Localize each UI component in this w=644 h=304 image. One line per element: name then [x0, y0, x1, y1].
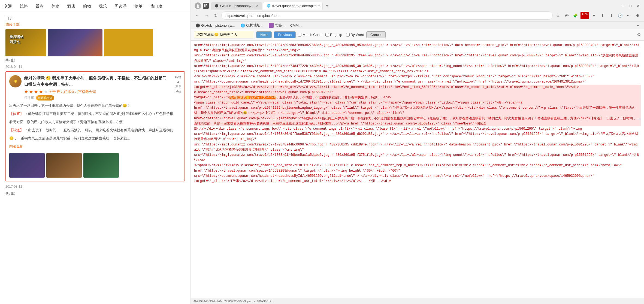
nav-购物[interactable]: 购物: [79, 2, 95, 11]
regexp-checkbox[interactable]: Regexp: [325, 33, 342, 37]
action-意见[interactable]: &: [177, 80, 179, 84]
bookmark-github-icon: ⚫: [196, 23, 200, 28]
tab-github-label: GitHub - pistononly/...: [220, 4, 254, 8]
action-反馈[interactable]: 反馈: [175, 90, 181, 94]
review-photo-1[interactable]: [9, 153, 45, 178]
status-text: 4b9994448f93ebde0cb779f3722a55fa3.jpeg_r…: [193, 300, 274, 303]
review-title-1: 绝对的满意 😊 我来等了大半小时，服务员很认真，不插位，不过很好的就是门口排队有…: [24, 75, 168, 87]
settings-icon[interactable]: ⚙: [634, 12, 641, 19]
find-input[interactable]: [194, 31, 254, 38]
profile-icon[interactable]: [195, 2, 201, 9]
read-more-link-1[interactable]: 阅读全部: [5, 22, 20, 27]
bookmark-github[interactable]: ⚫ GitHub - pistononly/...: [193, 23, 237, 28]
star-4: ★: [39, 89, 43, 94]
match-case-checkbox[interactable]: Match Case: [298, 33, 321, 37]
read-more-link-2[interactable]: 阅读全部: [9, 144, 23, 149]
previous-button[interactable]: Previous: [274, 31, 296, 38]
window-icon[interactable]: [203, 3, 209, 9]
maximize-button[interactable]: □: [627, 3, 634, 9]
action-意见2[interactable]: 意见: [175, 85, 181, 89]
review-photo-row: [9, 153, 181, 178]
forward-button[interactable]: →: [203, 12, 210, 19]
review-detail-extra: 😊，一番锅内风云之后还是说几句实话，特别喜欢这里的血毛肚，吃起来就...: [9, 135, 181, 141]
avatar-1: 😊: [9, 75, 22, 87]
review-detail-taste2: 【味道】 ：出去玩了一段时间，一直吃清淡的，所以一回来吃着火锅就有种莫名的爽快，…: [9, 127, 181, 133]
by-word-checkbox[interactable]: By Word: [346, 33, 364, 37]
tab-github-close[interactable]: ✕: [256, 4, 258, 8]
address-input[interactable]: [221, 11, 553, 20]
nav-交通[interactable]: 交通: [0, 2, 16, 11]
regexp-input[interactable]: [325, 33, 329, 37]
back-button[interactable]: ←: [193, 12, 201, 19]
bookmark-2-label: 机构地址...: [246, 23, 263, 28]
bookmark-3-icon: [269, 23, 274, 28]
code-line-7: 部</a></div><div class=\"e_comment_imgs_b…: [194, 126, 641, 132]
code-line-14: target=\"_blank\">江故事</a></div><div clas…: [194, 179, 641, 184]
svg-point-1: [196, 6, 199, 8]
bookmark-star-icon[interactable]: ☆: [554, 12, 562, 19]
bookmark-3[interactable]: 书签...: [267, 22, 287, 28]
photo-1[interactable]: 重庆播站叫搭七: [5, 29, 46, 56]
left-panel: 交通 线路 景点 美食 酒店 购物 玩乐 周边游 榜单 热门攻 门了... 阅读…: [0, 0, 191, 304]
find-bar: Next Previous Match Case Regexp By Word …: [191, 29, 644, 40]
more-icon[interactable]: ⋯: [625, 12, 633, 19]
nav-景点[interactable]: 景点: [32, 2, 47, 11]
find-options: Match Case Regexp By Word: [298, 33, 364, 37]
bookmark-github-label: GitHub - pistononly/...: [201, 23, 235, 28]
nav-酒店[interactable]: 酒店: [63, 2, 79, 11]
about-link[interactable]: 关于 巴九门冰火九宫格老火锅: [49, 89, 96, 94]
star-1: ★: [24, 89, 28, 94]
favorites-icon[interactable]: ♥: [590, 12, 598, 19]
read-mode-icon[interactable]: Aᴬ: [563, 12, 571, 19]
taste-label: 【味道】: [9, 128, 23, 132]
star-5: ★: [44, 89, 48, 94]
nav-周边游[interactable]: 周边游: [111, 2, 131, 11]
cancel-button[interactable]: Cancel: [366, 31, 385, 38]
photo-count-2: 共8张》: [5, 191, 185, 196]
code-line-highlight-6: href=\"https://travel.qunar.com/p-oi7228…: [194, 116, 641, 126]
bookmarks-bar: ⚫ GitHub - pistononly/... 🌐 机构地址... 书签..…: [191, 21, 644, 29]
bookmark-2[interactable]: 🌐 机构地址...: [238, 22, 265, 28]
code-line-10: src=\"https://img1.qunarzz.com/travel/d5…: [194, 153, 641, 163]
review-detail-location: 【位置】 ：解放碑临江路王府井奥莱二楼，特别好找，不知道的朋友直接找到国泰艺术中…: [9, 111, 181, 117]
nav-美食[interactable]: 美食: [47, 2, 63, 11]
bookmark-4[interactable]: CMM...: [288, 23, 304, 28]
close-window-button[interactable]: ✕: [634, 3, 642, 9]
nav-玩乐[interactable]: 玩乐: [95, 2, 111, 11]
location-label: 【位置】: [9, 112, 23, 116]
toolbar-icons: ☆ Aᴬ 🧩 1.75 ♥ ⬆ ⬇ 🕐 ⋯ ⚙: [554, 12, 641, 19]
ad-block-count[interactable]: 1.75: [580, 12, 589, 19]
review-details: 出去玩了一趟回来，第一件事就是约火锅，我个人是信赖巴九门老火锅的😊！ 【位置】 …: [9, 103, 181, 151]
nav-榜单[interactable]: 榜单: [131, 2, 146, 11]
profile-area: [193, 2, 210, 9]
find-gear-icon[interactable]: ⚙: [637, 32, 641, 37]
code-line-5: src=\"https://qcommons.qunar.com/headsho…: [194, 79, 641, 84]
tab-github[interactable]: ⚫ GitHub - pistononly/... ✕: [211, 2, 262, 10]
by-word-input[interactable]: [346, 33, 350, 37]
review-photo-2[interactable]: [46, 153, 82, 178]
minimize-button[interactable]: ─: [620, 3, 627, 9]
nav-线路[interactable]: 线路: [16, 2, 32, 11]
download-icon[interactable]: ⬇: [607, 12, 615, 19]
extension-puzzle-icon[interactable]: 🧩: [572, 12, 579, 19]
find-match-1: 绝对的满意😊我来等了大半小时: [229, 96, 276, 99]
date-1: 2018-04-11: [5, 65, 185, 69]
match-case-input[interactable]: [298, 33, 301, 37]
next-button[interactable]: Next: [256, 31, 272, 38]
svg-rect-2: [204, 4, 205, 7]
photo-2[interactable]: [48, 29, 102, 56]
action-纠错[interactable]: 纠错: [175, 75, 181, 79]
photo-3[interactable]: [104, 29, 153, 56]
tab-new-button[interactable]: +: [323, 2, 331, 10]
history-icon[interactable]: 🕐: [616, 12, 624, 19]
bookmark-more[interactable]: »: [634, 22, 641, 28]
tab-qunar-icon: 🌐: [267, 4, 271, 8]
code-line-highlight-2: class=\"e_comment_title\" href=\"https:/…: [194, 90, 641, 95]
share-icon[interactable]: ⬆: [599, 12, 606, 19]
code-view[interactable]: src=\"https://img1.qunarzz.com/travel/d2…: [191, 41, 644, 298]
refresh-button[interactable]: ↻: [212, 12, 220, 19]
nav-热门攻[interactable]: 热门攻: [146, 2, 166, 11]
review-photo-3[interactable]: [83, 153, 119, 178]
tab-qunar[interactable]: 🌐 travel.qunar.com/place/api/html... ✕: [263, 2, 323, 10]
review-header: 😊 绝对的满意 😊 我来等了大半小时，服务员很认真，不插位，不过很好的就是门口排…: [9, 75, 181, 101]
